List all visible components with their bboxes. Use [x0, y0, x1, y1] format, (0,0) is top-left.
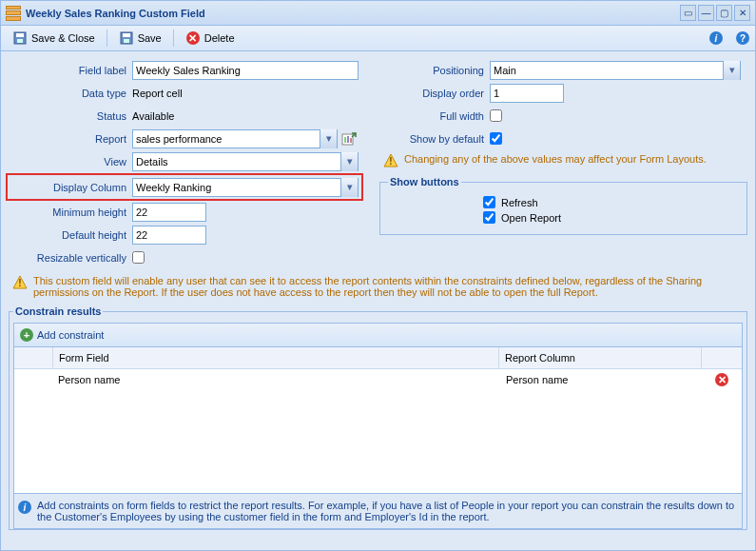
col-form-field[interactable]: Form Field	[53, 347, 499, 368]
layout-warning: ! Changing any of the above values may a…	[379, 153, 747, 168]
open-report-icon[interactable]	[341, 131, 357, 147]
svg-rect-7	[344, 137, 346, 143]
status-label: Status	[9, 110, 132, 122]
svg-rect-1	[16, 33, 24, 37]
resizable-label: Resizable vertically	[9, 252, 132, 264]
svg-rect-2	[17, 39, 23, 43]
constrain-fieldset: Constrain results + Add constraint Form …	[9, 305, 747, 530]
positioning-input[interactable]	[494, 62, 723, 79]
row-form-field: Person name	[52, 369, 500, 390]
table-header: Form Field Report Column	[14, 347, 742, 369]
view-combo[interactable]: ▾	[132, 152, 359, 171]
constraint-info: i Add constraints on form fields to rest…	[14, 493, 742, 528]
title-bar: Weekly Sales Ranking Custom Field ▭ — ▢ …	[1, 1, 755, 26]
separator	[173, 30, 174, 47]
min-height-label: Minimum height	[9, 207, 132, 218]
full-width-label: Full width	[379, 110, 490, 122]
report-label: Report	[9, 133, 132, 145]
layout-warning-text: Changing any of the above values may aff…	[404, 153, 707, 165]
field-label-input[interactable]	[132, 61, 359, 80]
delete-icon: ✕	[185, 30, 201, 46]
display-order-input[interactable]	[490, 84, 564, 103]
data-type-value: Report cell	[132, 88, 360, 99]
view-label: View	[9, 156, 132, 167]
status-value: Available	[132, 110, 360, 122]
positioning-label: Positioning	[379, 65, 490, 76]
chevron-down-icon[interactable]: ▾	[723, 61, 740, 80]
col-report-column[interactable]: Report Column	[499, 347, 702, 368]
svg-rect-9	[350, 138, 352, 143]
separator	[107, 30, 107, 47]
toolbar: Save & Close Save ✕ Delete i ?	[1, 26, 755, 51]
view-input[interactable]	[136, 153, 340, 170]
constraint-grid: + Add constraint Form Field Report Colum…	[13, 323, 743, 529]
save-icon	[119, 30, 134, 46]
info-icon: i	[18, 500, 31, 515]
access-warning-text: This custom field will enable any user t…	[33, 275, 744, 298]
form-icon	[6, 6, 21, 21]
show-default-label: Show by default	[379, 133, 490, 145]
constrain-legend: Constrain results	[13, 305, 103, 317]
positioning-combo[interactable]: ▾	[490, 61, 741, 80]
row-report-column: Person name	[500, 369, 702, 390]
chevron-down-icon[interactable]: ▾	[340, 152, 358, 171]
delete-button[interactable]: ✕ Delete	[179, 28, 242, 49]
display-order-label: Display order	[379, 88, 490, 99]
default-height-label: Default height	[9, 229, 132, 241]
warning-icon: !	[383, 153, 398, 168]
info-icon[interactable]: i	[708, 30, 724, 46]
show-buttons-fieldset: Show buttons Refresh Open Report	[379, 176, 747, 235]
open-report-label: Open Report	[501, 212, 561, 224]
delete-row-icon[interactable]: ✕	[715, 373, 728, 386]
field-label-label: Field label	[9, 65, 132, 76]
default-height-input[interactable]	[132, 226, 206, 245]
collapse-button[interactable]: ▭	[680, 5, 696, 21]
svg-rect-4	[123, 33, 130, 37]
save-label: Save	[138, 32, 162, 44]
svg-rect-8	[347, 136, 349, 143]
show-buttons-legend: Show buttons	[388, 176, 461, 187]
open-report-checkbox[interactable]	[483, 211, 495, 224]
svg-text:!: !	[389, 156, 392, 167]
window-title: Weekly Sales Ranking Custom Field	[26, 8, 680, 19]
save-close-label: Save & Close	[31, 32, 95, 44]
delete-label: Delete	[204, 32, 235, 44]
maximize-button[interactable]: ▢	[716, 5, 732, 21]
table-row[interactable]: Person name Person name ✕	[14, 369, 742, 390]
resizable-checkbox[interactable]	[132, 251, 145, 264]
warning-icon: !	[12, 275, 28, 290]
constraint-info-text: Add constraints on form fields to restri…	[37, 500, 738, 522]
save-icon	[12, 30, 28, 46]
save-close-button[interactable]: Save & Close	[6, 28, 102, 49]
report-input[interactable]	[136, 130, 320, 148]
report-combo[interactable]: ▾	[132, 129, 338, 148]
display-column-input[interactable]	[136, 179, 340, 196]
display-column-combo[interactable]: ▾	[132, 178, 359, 197]
display-column-label: Display Column	[9, 182, 132, 193]
full-width-checkbox[interactable]	[490, 109, 502, 122]
close-button[interactable]: ✕	[734, 5, 750, 21]
data-type-label: Data type	[9, 88, 132, 99]
svg-rect-5	[124, 39, 129, 43]
chevron-down-icon[interactable]: ▾	[320, 129, 337, 148]
chevron-down-icon[interactable]: ▾	[340, 178, 358, 197]
plus-icon: +	[20, 328, 33, 342]
refresh-checkbox[interactable]	[483, 196, 495, 208]
add-constraint-label: Add constraint	[37, 329, 104, 341]
access-warning: ! This custom field will enable any user…	[9, 275, 747, 298]
min-height-input[interactable]	[132, 203, 206, 222]
show-default-checkbox[interactable]	[490, 132, 502, 145]
save-button[interactable]: Save	[112, 28, 168, 49]
add-constraint-button[interactable]: + Add constraint	[20, 328, 104, 342]
help-icon[interactable]: ?	[735, 30, 750, 46]
svg-text:!: !	[18, 278, 21, 288]
refresh-label: Refresh	[501, 197, 538, 208]
minimize-button[interactable]: —	[698, 5, 714, 21]
